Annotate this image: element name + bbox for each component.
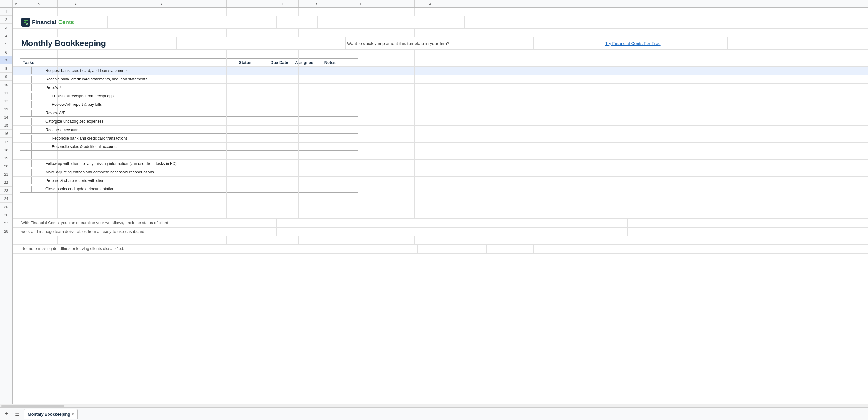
task-check-9[interactable] bbox=[20, 135, 32, 142]
cell-h24[interactable] bbox=[336, 210, 383, 219]
cell-f25[interactable] bbox=[449, 219, 480, 227]
cell-e25[interactable] bbox=[408, 219, 449, 227]
cell-b3[interactable] bbox=[20, 29, 58, 37]
cell-d3[interactable] bbox=[95, 29, 227, 37]
cell-j10[interactable] bbox=[414, 92, 446, 100]
cell-d8[interactable] bbox=[95, 75, 227, 83]
cell-g4[interactable] bbox=[565, 37, 602, 50]
cell-d7[interactable] bbox=[95, 67, 227, 75]
cell-g6[interactable] bbox=[299, 58, 336, 66]
cell-h8[interactable] bbox=[336, 75, 383, 83]
cell-g9[interactable] bbox=[299, 84, 336, 92]
cell-j1[interactable] bbox=[414, 7, 446, 15]
cell-e6[interactable] bbox=[227, 58, 268, 66]
cell-d20[interactable] bbox=[95, 176, 227, 185]
cell-d19[interactable] bbox=[95, 168, 227, 176]
cell-a18[interactable] bbox=[12, 160, 20, 168]
cell-c18[interactable] bbox=[58, 160, 95, 168]
task-check-12[interactable] bbox=[20, 169, 32, 175]
cell-e3[interactable] bbox=[227, 29, 268, 37]
cell-a4[interactable] bbox=[12, 37, 20, 50]
cell-a16[interactable] bbox=[12, 143, 20, 151]
sheet-menu-button[interactable]: ☰ bbox=[13, 410, 21, 418]
cell-d24[interactable] bbox=[95, 210, 227, 219]
cell-j5[interactable] bbox=[414, 50, 446, 58]
cell-d4[interactable] bbox=[214, 37, 346, 50]
cell-c10[interactable] bbox=[58, 92, 95, 100]
cell-g26[interactable] bbox=[480, 228, 518, 236]
cell-d27[interactable] bbox=[95, 236, 227, 245]
cell-g20[interactable] bbox=[299, 176, 336, 185]
cell-i24[interactable] bbox=[383, 210, 414, 219]
add-sheet-button[interactable]: + bbox=[2, 410, 11, 418]
cell-i2[interactable] bbox=[433, 16, 465, 29]
cell-f1[interactable] bbox=[268, 7, 299, 15]
cell-g7[interactable] bbox=[299, 67, 336, 75]
cell-h1[interactable] bbox=[336, 7, 383, 15]
cell-i1[interactable] bbox=[383, 7, 414, 15]
cell-i27[interactable] bbox=[383, 236, 414, 245]
cta-link[interactable]: Try Financial Cents For Free bbox=[605, 41, 661, 46]
cell-i8[interactable] bbox=[383, 75, 414, 83]
cell-a14[interactable] bbox=[12, 126, 20, 134]
cell-e20[interactable] bbox=[227, 176, 268, 185]
cell-g1[interactable] bbox=[299, 7, 336, 15]
cell-d28[interactable] bbox=[246, 245, 377, 253]
cell-d6[interactable] bbox=[95, 58, 227, 66]
cell-a22[interactable] bbox=[12, 193, 20, 201]
cell-h25[interactable] bbox=[518, 219, 565, 227]
task-check2-1[interactable] bbox=[32, 67, 43, 74]
cell-g14[interactable] bbox=[299, 126, 336, 134]
horizontal-scrollbar[interactable] bbox=[0, 404, 868, 408]
cell-f2[interactable] bbox=[317, 16, 349, 29]
cell-e5[interactable] bbox=[227, 50, 268, 58]
cell-f22[interactable] bbox=[268, 193, 299, 201]
cell-c6[interactable] bbox=[58, 58, 95, 66]
task-check-14[interactable] bbox=[20, 186, 32, 192]
cell-g3[interactable] bbox=[299, 29, 336, 37]
cell-a11[interactable] bbox=[12, 100, 20, 108]
sheet-tab-monthly-bookkeeping[interactable]: Monthly Bookkeeping ▾ bbox=[24, 409, 78, 419]
cell-f15[interactable] bbox=[268, 134, 299, 142]
cell-g28[interactable] bbox=[449, 245, 487, 253]
task-check2-2[interactable] bbox=[32, 76, 43, 83]
cell-i21[interactable] bbox=[383, 185, 414, 193]
task-check2-8[interactable] bbox=[32, 126, 43, 133]
cell-c24[interactable] bbox=[58, 210, 95, 219]
cell-i3[interactable] bbox=[383, 29, 414, 37]
cell-a10[interactable] bbox=[12, 92, 20, 100]
cell-i16[interactable] bbox=[383, 143, 414, 151]
cell-d13[interactable] bbox=[95, 117, 227, 126]
task-check-empty[interactable] bbox=[20, 151, 32, 159]
cell-h2[interactable] bbox=[386, 16, 433, 29]
cell-j21[interactable] bbox=[414, 185, 446, 193]
task-check2-12[interactable] bbox=[32, 169, 43, 175]
task-check2-13[interactable] bbox=[32, 177, 43, 184]
cell-a19[interactable] bbox=[12, 168, 20, 176]
cell-g19[interactable] bbox=[299, 168, 336, 176]
cell-f28[interactable] bbox=[418, 245, 449, 253]
cell-d10[interactable] bbox=[95, 92, 227, 100]
cell-e2[interactable] bbox=[277, 16, 317, 29]
cell-e23[interactable] bbox=[227, 202, 268, 210]
cell-c19[interactable] bbox=[58, 168, 95, 176]
task-check-7[interactable] bbox=[20, 118, 32, 125]
cell-i23[interactable] bbox=[383, 202, 414, 210]
task-check2-empty[interactable] bbox=[32, 151, 43, 159]
task-check-8[interactable] bbox=[20, 126, 32, 133]
task-check-3[interactable] bbox=[20, 84, 32, 91]
cell-e11[interactable] bbox=[227, 100, 268, 108]
cell-c8[interactable] bbox=[58, 75, 95, 83]
cell-h22[interactable] bbox=[336, 193, 383, 201]
cell-i12[interactable] bbox=[383, 109, 414, 117]
cell-h19[interactable] bbox=[336, 168, 383, 176]
cell-i20[interactable] bbox=[383, 176, 414, 185]
cell-g11[interactable] bbox=[299, 100, 336, 108]
cell-g12[interactable] bbox=[299, 109, 336, 117]
task-check2-3[interactable] bbox=[32, 84, 43, 91]
task-check2-6[interactable] bbox=[32, 109, 43, 117]
cell-e16[interactable] bbox=[227, 143, 268, 151]
cell-j14[interactable] bbox=[414, 126, 446, 134]
cell-j2[interactable] bbox=[465, 16, 496, 29]
cell-f19[interactable] bbox=[268, 168, 299, 176]
